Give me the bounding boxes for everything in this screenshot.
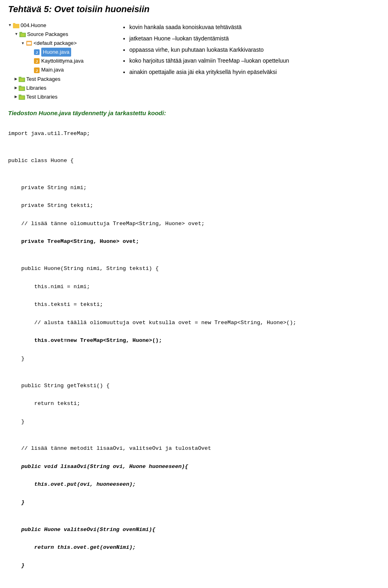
field3-bold: private TreeMap<String, Huone> ovet; <box>8 238 139 244</box>
field2: private String teksti; <box>8 202 93 209</box>
test-packages-label: Test Packages <box>26 75 61 84</box>
import-line: import java.util.TreeMap; <box>8 131 90 137</box>
source-packages-label: Source Packages <box>27 30 68 39</box>
main-java-row[interactable]: J Main.java <box>8 65 113 74</box>
test-libraries-label: Test Libraries <box>26 93 57 101</box>
constructor: public Huone(String nimi, String teksti)… <box>8 266 159 272</box>
return-teksti: return teksti; <box>8 400 80 407</box>
field1: private String nimi; <box>8 185 86 191</box>
root-expand-icon: ▼ <box>8 22 12 28</box>
root-label: 004.Huone <box>21 21 46 30</box>
lisaaOvi-body-bold: this.ovet.put(ovi, huoneeseen); <box>8 481 136 487</box>
bullet-3: oppaassa virhe, kun puhutaan luokasta Ka… <box>129 45 380 55</box>
libraries-label: Libraries <box>26 84 46 93</box>
test-libs-expand-icon: ▶ <box>15 94 17 100</box>
close1: } <box>8 356 25 362</box>
comment2: // alusta täällä oliomuuttuja ovet kutsu… <box>8 320 296 326</box>
test-packages-icon <box>19 76 25 82</box>
bullet-2: jatketaan Huone –luokan täydentämistä <box>129 34 380 44</box>
default-package-icon <box>26 40 32 46</box>
libs-expand-icon: ▶ <box>15 85 17 91</box>
comment3: // lisää tänne metodit lisaaOvi, valitse… <box>8 445 211 451</box>
this-nimi: this.nimi = nimi; <box>8 284 90 290</box>
comment1: // lisää tänne oliomuuttuja TreeMap<Stri… <box>8 221 205 227</box>
top-section: ▼ 004.Huone ▼ Source Packages ▼ < <box>8 21 380 101</box>
svg-rect-18 <box>20 87 24 90</box>
valitseOvi-bold: public Huone valitseOvi(String ovenNimi)… <box>8 527 156 533</box>
svg-text:J: J <box>36 59 38 63</box>
close2: } <box>8 419 25 425</box>
huone-java-icon: J <box>34 49 40 55</box>
huone-java-row[interactable]: J Huone.java <box>8 48 113 57</box>
bullet-list: kovin hankala saada konoiskuvaa tehtäväs… <box>121 23 380 77</box>
kayttoliittyma-java-icon: J <box>34 58 40 64</box>
svg-rect-15 <box>20 78 24 81</box>
svg-rect-4 <box>21 34 25 36</box>
close4-bold: } <box>8 563 25 569</box>
svg-text:J: J <box>36 51 38 55</box>
section-title: Tiedoston Huone.java täydennetty ja tark… <box>8 110 380 116</box>
source-packages-row: ▼ Source Packages <box>8 30 113 39</box>
tree-root: ▼ 004.Huone <box>8 21 113 30</box>
svg-rect-21 <box>20 96 24 99</box>
svg-text:J: J <box>36 69 38 73</box>
file-tree: ▼ 004.Huone ▼ Source Packages ▼ < <box>8 21 113 101</box>
svg-rect-14 <box>19 77 21 78</box>
valitseOvi-body-bold: return this.ovet.get(ovenNimi); <box>8 544 136 550</box>
source-packages-icon <box>19 31 26 38</box>
kayttoliittyma-java-label: Kayttoliittyma.java <box>41 57 84 65</box>
bullets-panel: kovin hankala saada konoiskuvaa tehtäväs… <box>121 21 380 101</box>
svg-rect-20 <box>19 95 21 96</box>
root-folder-icon <box>13 22 19 29</box>
default-package-row: ▼ <default package> <box>8 39 113 48</box>
svg-rect-6 <box>27 42 31 44</box>
this-ovet-bold: this.ovet=new TreeMap<String, Huone>(); <box>8 337 162 344</box>
bullet-4: koko harjoitus tähtää javan valmiin Tree… <box>129 56 380 66</box>
this-teksti: this.teksti = teksti; <box>8 301 103 308</box>
libraries-icon <box>19 85 25 91</box>
bullet-1: kovin hankala saada konoiskuvaa tehtäväs… <box>129 23 380 32</box>
page-title: Tehtävä 5: Ovet toisiin huoneisiin <box>8 4 380 15</box>
kayttoliittyma-java-row[interactable]: J Kayttoliittyma.java <box>8 57 113 65</box>
svg-rect-3 <box>19 32 22 34</box>
main-java-label: Main.java <box>41 65 64 74</box>
svg-rect-17 <box>19 86 21 87</box>
bullet-5: ainakin opettajalle asia jäi eka yrityks… <box>129 67 380 77</box>
libraries-row: ▶ Libraries <box>8 84 113 93</box>
test-packages-row: ▶ Test Packages <box>8 75 113 84</box>
class-decl: public class Huone { <box>8 158 74 164</box>
huone-java-label: Huone.java <box>41 48 71 57</box>
main-java-icon: J <box>34 67 40 74</box>
test-libraries-row: ▶ Test Libraries <box>8 93 113 101</box>
default-pkg-expand-icon: ▼ <box>21 40 25 46</box>
default-package-label: <default package> <box>34 39 77 48</box>
code-block: import java.util.TreeMap; public class H… <box>8 120 380 588</box>
src-expand-icon: ▼ <box>15 31 18 37</box>
lisaaOvi-bold: public void lisaaOvi(String ovi, Huone h… <box>8 464 188 470</box>
test-pkg-expand-icon: ▶ <box>15 76 17 82</box>
test-libraries-icon <box>19 94 25 100</box>
svg-rect-1 <box>13 23 15 25</box>
getTeksti: public String getTeksti() { <box>8 383 110 389</box>
close3-bold: } <box>8 499 25 506</box>
